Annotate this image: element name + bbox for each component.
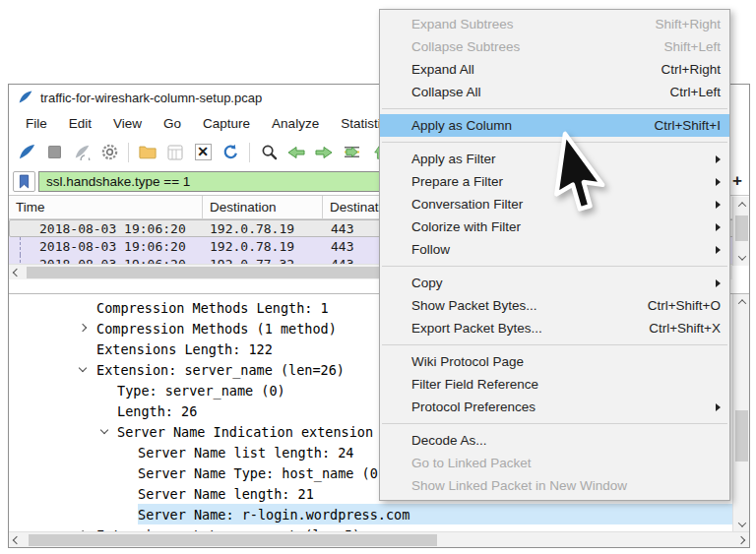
menu-separator (382, 108, 727, 109)
scroll-right-button[interactable] (733, 532, 749, 548)
menu-item-wiki-protocol-page[interactable]: Wiki Protocol Page (380, 350, 729, 373)
collapse-arrow-icon[interactable] (79, 364, 87, 372)
menu-separator (382, 423, 727, 424)
tree-line[interactable]: Extension: status_request (len=5) (9, 524, 732, 531)
toolbar-separator (249, 143, 250, 162)
menu-separator (382, 142, 727, 143)
menu-item-follow[interactable]: Follow (380, 238, 729, 261)
cell-destination: 192.0.78.19 (203, 239, 323, 254)
menu-item-label: Collapse Subtrees (411, 39, 653, 54)
chevron-left-icon (13, 269, 21, 277)
menu-go[interactable]: Go (153, 113, 192, 134)
menu-item-show-packet-bytes[interactable]: Show Packet Bytes... Ctrl+Shift+O (380, 294, 729, 317)
cell-time: 2018-08-03 19:06:20 (9, 239, 203, 254)
expand-arrow-icon[interactable] (79, 324, 87, 332)
packet-list-vertical-scrollbar[interactable] (732, 197, 749, 266)
open-file-button[interactable] (135, 140, 160, 165)
filter-bookmark-button[interactable] (13, 171, 35, 192)
menu-item-label: Expand Subtrees (411, 17, 644, 31)
menu-item-decode-as[interactable]: Decode As... (380, 429, 729, 452)
go-to-packet-button[interactable] (339, 140, 364, 165)
stop-square-icon (48, 146, 61, 158)
detail-horizontal-scrollbar[interactable] (9, 531, 749, 547)
shark-fin-icon (18, 143, 36, 161)
save-file-icon (167, 145, 183, 160)
menu-item-protocol-preferences[interactable]: Protocol Preferences (380, 396, 729, 418)
stop-capture-button[interactable] (41, 140, 67, 165)
scroll-left-button[interactable] (9, 532, 25, 548)
go-forward-button[interactable] (311, 140, 337, 165)
scroll-left-button[interactable] (9, 265, 25, 280)
column-header-time[interactable]: Time (9, 196, 203, 218)
menu-item-apply-as-filter[interactable]: Apply as Filter (380, 148, 729, 170)
tree-text: Compression Methods Length: 1 (96, 300, 329, 316)
scrollbar-thumb[interactable] (735, 410, 748, 462)
submenu-arrow-icon (716, 178, 721, 186)
capture-options-gear-icon (101, 144, 118, 160)
menu-item-apply-as-column[interactable]: Apply as Column Ctrl+Shift+I (380, 114, 729, 137)
scroll-up-button[interactable] (733, 197, 750, 213)
tree-line-selected[interactable]: Server Name: r-login.wordpress.com (9, 504, 732, 524)
screenshot-root: traffic-for-wireshark-column-setup.pcap … (0, 0, 756, 554)
arrow-right-icon (315, 146, 333, 159)
filter-add-button[interactable]: + (728, 171, 746, 192)
menu-file[interactable]: File (15, 113, 58, 134)
collapse-arrow-icon[interactable] (100, 426, 108, 434)
menu-item-expand-all[interactable]: Expand All Ctrl+Right (380, 58, 729, 81)
menu-item-filter-field-reference[interactable]: Filter Field Reference (380, 373, 729, 396)
submenu-arrow-icon (716, 279, 721, 287)
menu-item-label: Decode As... (411, 433, 721, 448)
menu-item-go-to-linked-packet[interactable]: Go to Linked Packet (380, 452, 729, 474)
menu-capture[interactable]: Capture (192, 113, 261, 134)
start-capture-button[interactable] (14, 140, 39, 165)
menu-item-label: Copy (411, 276, 704, 290)
menu-item-prepare-a-filter[interactable]: Prepare a Filter (380, 170, 729, 193)
tree-text: Length: 26 (117, 403, 197, 419)
submenu-arrow-icon (716, 223, 721, 231)
scroll-down-button[interactable] (733, 250, 750, 266)
find-packet-button[interactable] (256, 140, 282, 165)
cell-destination: 192.0.78.19 (203, 221, 323, 236)
menu-item-expand-subtrees[interactable]: Expand Subtrees Shift+Right (380, 13, 729, 35)
menu-item-conversation-filter[interactable]: Conversation Filter (380, 193, 729, 215)
tree-text: Server Name: r-login.wordpress.com (138, 507, 410, 523)
reload-file-button[interactable] (218, 140, 243, 165)
menu-item-show-linked-packet-in-new-window[interactable]: Show Linked Packet in New Window (380, 474, 729, 497)
go-back-button[interactable] (284, 140, 309, 165)
menu-item-collapse-all[interactable]: Collapse All Ctrl+Left (380, 81, 729, 103)
scroll-up-button[interactable] (733, 294, 750, 310)
menu-analyze[interactable]: Analyze (261, 113, 330, 134)
menu-item-shortcut: Ctrl+Left (670, 85, 721, 99)
menu-item-colorize-with-filter[interactable]: Colorize with Filter (380, 215, 729, 238)
tree-text: Compression Methods (1 method) (96, 321, 337, 337)
menu-item-collapse-subtrees[interactable]: Collapse Subtrees Shift+Left (380, 35, 729, 58)
menu-view[interactable]: View (102, 113, 153, 134)
menu-item-shortcut: Shift+Right (656, 17, 721, 31)
scrollbar-thumb[interactable] (29, 534, 437, 546)
save-file-button[interactable] (162, 140, 188, 165)
chevron-right-icon (737, 536, 745, 544)
menu-edit[interactable]: Edit (58, 113, 102, 134)
capture-options-button[interactable] (96, 140, 122, 165)
restart-capture-button[interactable] (69, 140, 94, 165)
menu-item-label: Wiki Protocol Page (411, 354, 721, 369)
menu-item-label: Export Packet Bytes... (411, 321, 637, 336)
arrow-left-icon (287, 146, 305, 159)
reload-icon (222, 144, 239, 160)
menu-item-shortcut: Shift+Left (664, 39, 721, 54)
menu-item-export-packet-bytes[interactable]: Export Packet Bytes... Ctrl+Shift+X (380, 317, 729, 339)
column-header-destination[interactable]: Destination (203, 196, 323, 218)
scrollbar-thumb[interactable] (735, 215, 748, 241)
menu-item-label: Expand All (411, 62, 650, 77)
submenu-arrow-icon (716, 403, 721, 411)
submenu-arrow-icon (716, 246, 721, 254)
restart-fin-icon (74, 144, 91, 160)
submenu-arrow-icon (716, 155, 721, 163)
window-title: traffic-for-wireshark-column-setup.pcap (40, 91, 262, 105)
close-file-button[interactable]: ✕ (190, 140, 216, 165)
menu-item-shortcut: Ctrl+Shift+I (654, 118, 721, 133)
detail-vertical-scrollbar[interactable] (732, 294, 749, 532)
menu-item-copy[interactable]: Copy (380, 272, 729, 294)
menu-item-label: Show Packet Bytes... (411, 298, 636, 313)
scroll-down-button[interactable] (733, 517, 750, 532)
